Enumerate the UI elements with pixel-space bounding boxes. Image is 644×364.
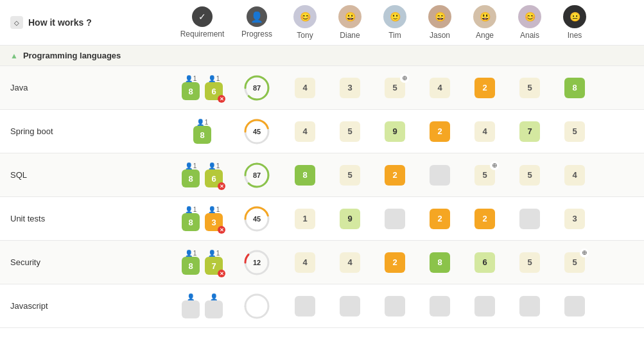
progress-circle-empty bbox=[243, 292, 271, 320]
section-header[interactable]: ▲ Programming languages bbox=[0, 46, 644, 66]
score-badge: 5 bbox=[564, 121, 585, 142]
req-badge-x-icon: ✕ bbox=[218, 270, 225, 277]
score-cell bbox=[552, 296, 597, 316]
progress-cell: 12 bbox=[231, 248, 283, 277]
progress-icon: 👤 bbox=[247, 6, 267, 27]
score-cell bbox=[417, 165, 462, 186]
score-badge: 4 bbox=[430, 78, 450, 98]
requirement-label: Requirement bbox=[180, 30, 225, 39]
svg-point-10 bbox=[245, 295, 268, 318]
requirement-cell: 👤1 8 👤1 6 ✕ bbox=[173, 75, 231, 100]
table-row: Javascript 👤 👤 bbox=[0, 284, 644, 328]
score-badge-empty bbox=[295, 296, 315, 316]
req-badge-left: 8 bbox=[182, 82, 200, 100]
ange-label: Ange bbox=[476, 31, 494, 40]
score-cell: 3 bbox=[552, 209, 597, 229]
score-badge-empty bbox=[385, 209, 405, 229]
req-badge-x-icon: ✕ bbox=[218, 182, 225, 190]
req-count-label: 👤1 bbox=[185, 250, 197, 257]
avatar-diane: 😀 bbox=[338, 5, 361, 28]
row-label: SQL bbox=[0, 170, 173, 180]
score-cell: 2 bbox=[417, 209, 462, 229]
req-count-label: 👤1 bbox=[185, 206, 197, 213]
tim-label: Tim bbox=[388, 31, 401, 40]
score-cell: 9 bbox=[327, 209, 372, 229]
score-cell bbox=[462, 296, 507, 316]
score-cell bbox=[283, 296, 327, 316]
section-header-cell[interactable]: ▲ Programming languages bbox=[0, 51, 173, 60]
avatar-tony: 😊 bbox=[293, 5, 317, 28]
progress-value: 45 bbox=[253, 215, 261, 223]
score-badge: 5 ⊕ bbox=[564, 252, 585, 273]
score-cell: 4 bbox=[552, 165, 597, 186]
progress-circle: 87 bbox=[243, 74, 271, 102]
score-badge: 9 bbox=[340, 209, 360, 229]
req-count-label: 👤1 bbox=[208, 206, 220, 213]
row-label: Unit tests bbox=[0, 214, 173, 223]
score-badge: 6 bbox=[474, 252, 495, 273]
req-badge-right: 6 ✕ bbox=[205, 82, 223, 100]
progress-circle: 45 bbox=[243, 205, 271, 233]
req-count-label: 👤1 bbox=[185, 75, 197, 82]
score-badge: 4 bbox=[474, 121, 495, 142]
col-header-tony: 😊 Tony bbox=[283, 0, 327, 45]
req-count-label: 👤1 bbox=[208, 250, 220, 257]
score-cell: 4 bbox=[462, 121, 507, 142]
score-cell: 3 bbox=[327, 78, 372, 98]
col-header-ines: 😐 Ines bbox=[552, 0, 597, 45]
score-cell: 2 bbox=[462, 78, 507, 98]
progress-value: 12 bbox=[253, 259, 261, 266]
row-label: Javascript bbox=[0, 301, 173, 311]
score-cell bbox=[372, 296, 417, 316]
avatar-ines: 😐 bbox=[563, 5, 586, 28]
score-cell bbox=[507, 209, 552, 229]
score-cell: 9 bbox=[372, 121, 417, 142]
requirement-icon: ✓ bbox=[192, 6, 213, 27]
table-row: Unit tests 👤1 8 👤1 3 ✕ 45 1 9 bbox=[0, 197, 644, 241]
main-container: ◇ How it works ? ✓ Requirement 👤 Progres… bbox=[0, 0, 644, 364]
req-badge-left: 8 bbox=[182, 169, 200, 187]
score-badge-empty bbox=[474, 296, 495, 316]
score-badge: 2 bbox=[430, 121, 450, 142]
score-badge-empty bbox=[340, 296, 360, 316]
req-count-label: 👤 bbox=[187, 293, 195, 300]
score-badge: 2 bbox=[385, 252, 405, 273]
req-badge-right: 7 ✕ bbox=[205, 257, 223, 275]
score-badge: 5 bbox=[519, 252, 540, 273]
col-header-ange: 😃 Ange bbox=[462, 0, 507, 45]
score-badge-empty bbox=[519, 296, 540, 316]
score-badge: 8 bbox=[564, 78, 585, 98]
jason-label: Jason bbox=[430, 31, 450, 40]
score-badge: 5 bbox=[519, 165, 540, 186]
score-badge: 4 bbox=[295, 121, 315, 142]
score-cell bbox=[372, 209, 417, 229]
score-cell bbox=[417, 296, 462, 316]
score-badge-empty bbox=[564, 296, 585, 316]
progress-value: 45 bbox=[253, 128, 261, 135]
ines-label: Ines bbox=[568, 31, 582, 40]
tony-label: Tony bbox=[297, 31, 313, 40]
score-cell: 4 bbox=[283, 252, 327, 273]
row-label: Java bbox=[0, 83, 173, 92]
progress-circle: 45 bbox=[243, 117, 271, 146]
page-title: How it works ? bbox=[28, 17, 92, 28]
score-badge: 5 ⊕ bbox=[385, 78, 405, 98]
plus-badge-icon: ⊕ bbox=[490, 161, 499, 170]
req-count-label: 👤 bbox=[210, 293, 218, 300]
score-cell: 5 ⊕ bbox=[462, 165, 507, 186]
avatar-ange: 😃 bbox=[473, 5, 496, 28]
table-row: Spring boot 👤1 8 45 4 5 9 2 bbox=[0, 110, 644, 153]
table-row: Java 👤1 8 👤1 6 ✕ 87 4 3 bbox=[0, 66, 644, 110]
req-badge-x-icon: ✕ bbox=[218, 226, 225, 234]
col-header-anais: 😊 Anais bbox=[507, 0, 552, 45]
req-badge-left: 8 bbox=[182, 213, 200, 231]
req-count-label: 👤1 bbox=[208, 162, 220, 169]
score-cell: 4 bbox=[327, 252, 372, 273]
score-cell: 8 bbox=[552, 78, 597, 98]
avatar-jason: 😄 bbox=[428, 5, 451, 28]
score-badge: 8 bbox=[295, 165, 315, 186]
progress-value: 87 bbox=[253, 84, 261, 92]
score-badge: 5 bbox=[519, 78, 540, 98]
col-header-requirement: ✓ Requirement bbox=[173, 1, 231, 44]
progress-cell: 45 bbox=[231, 205, 283, 233]
